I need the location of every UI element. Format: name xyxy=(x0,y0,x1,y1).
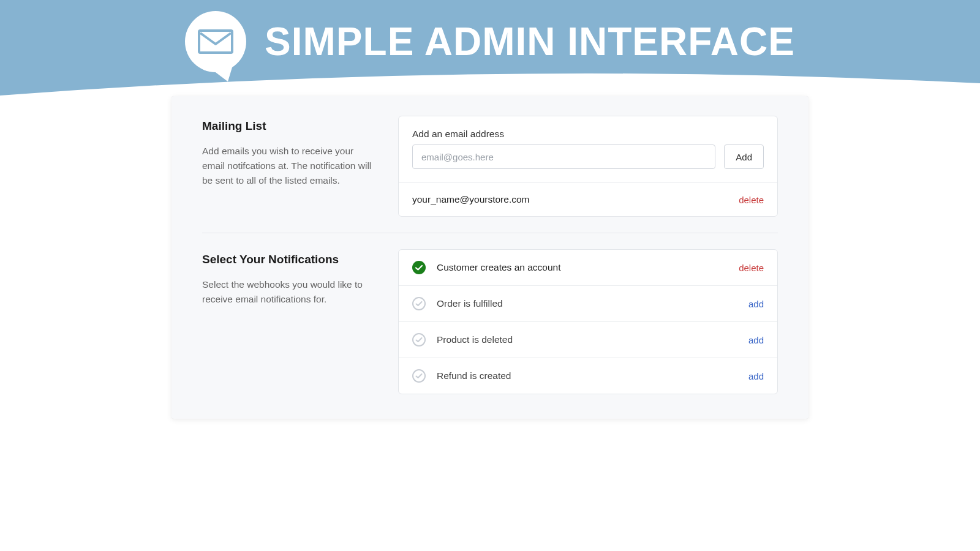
add-email-button[interactable]: Add xyxy=(724,144,764,169)
notification-label: Refund is created xyxy=(437,370,511,381)
svg-point-4 xyxy=(413,370,425,382)
hero-banner: SIMPLE ADMIN INTERFACE xyxy=(0,0,980,101)
svg-rect-0 xyxy=(199,31,232,53)
email-input[interactable] xyxy=(412,144,715,169)
check-inactive-icon xyxy=(412,333,426,347)
notification-row: Order is fulfilled add xyxy=(399,285,777,321)
notifications-desc: Select the webhooks you would like to re… xyxy=(202,277,374,307)
logo-bubble xyxy=(185,11,246,72)
email-field-label: Add an email address xyxy=(412,129,764,140)
check-inactive-icon xyxy=(412,369,426,383)
svg-point-1 xyxy=(412,261,426,274)
mail-icon xyxy=(198,29,233,54)
notification-label: Order is fulfilled xyxy=(437,298,503,309)
notification-row: Refund is created add xyxy=(399,358,777,394)
svg-point-3 xyxy=(413,334,425,346)
mailing-title: Mailing List xyxy=(202,119,374,133)
section-divider xyxy=(202,233,778,233)
notification-add-link[interactable]: add xyxy=(748,371,764,381)
notification-label: Customer creates an account xyxy=(437,262,560,273)
notifications-title: Select Your Notifications xyxy=(202,253,374,266)
notification-row: Customer creates an account delete xyxy=(399,250,777,285)
check-inactive-icon xyxy=(412,297,426,310)
email-address: your_name@yourstore.com xyxy=(412,194,529,205)
notification-label: Product is deleted xyxy=(437,334,513,345)
mailing-panel: Add an email address Add your_name@yours… xyxy=(398,116,778,217)
admin-card: Mailing List Add emails you wish to rece… xyxy=(172,96,809,419)
hero-title: SIMPLE ADMIN INTERFACE xyxy=(265,19,795,64)
notification-add-link[interactable]: add xyxy=(748,335,764,345)
notification-add-link[interactable]: add xyxy=(748,299,764,309)
notification-row: Product is deleted add xyxy=(399,321,777,358)
notifications-panel: Customer creates an account delete Order… xyxy=(398,249,778,394)
mailing-desc: Add emails you wish to receive your emai… xyxy=(202,144,374,188)
mailing-section: Mailing List Add emails you wish to rece… xyxy=(172,116,809,217)
check-active-icon xyxy=(412,261,426,274)
svg-point-2 xyxy=(413,298,425,310)
delete-email-link[interactable]: delete xyxy=(739,195,764,205)
notifications-section: Select Your Notifications Select the web… xyxy=(172,249,809,394)
email-row: your_name@yourstore.com delete xyxy=(399,182,777,216)
notification-delete-link[interactable]: delete xyxy=(739,263,764,273)
